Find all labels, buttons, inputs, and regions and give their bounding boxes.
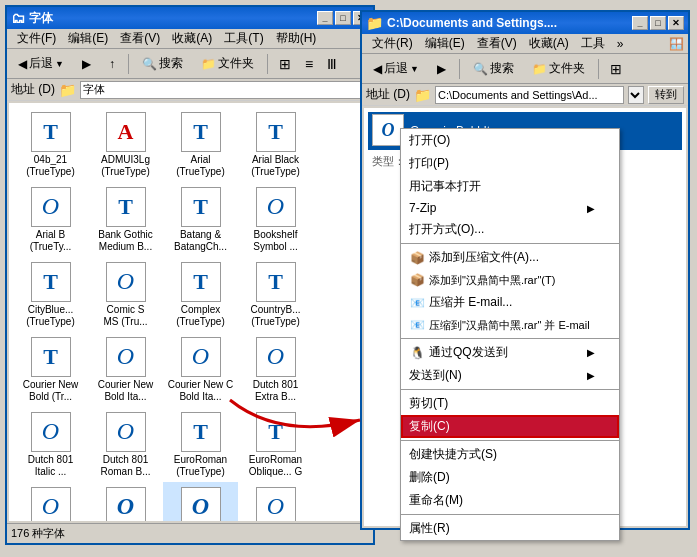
maximize-button[interactable]: □: [335, 11, 351, 25]
search-label: 搜索: [159, 55, 183, 72]
view-details[interactable]: Ⅲ: [322, 52, 342, 76]
menu-help[interactable]: 帮助(H): [270, 28, 323, 49]
list-item[interactable]: O GeorgiaBold (T...: [88, 482, 163, 521]
cut-label: 剪切(T): [409, 395, 448, 412]
menu-view[interactable]: 查看(V): [114, 28, 166, 49]
menu-7zip[interactable]: 7-Zip ▶: [401, 198, 619, 218]
list-item[interactable]: O Courier NewBold Ita...: [88, 332, 163, 407]
font-icon-euroromanoblique: T: [256, 412, 296, 452]
menu-open[interactable]: 打开(O): [401, 129, 619, 152]
font-label: Dutch 801Italic ...: [17, 454, 84, 478]
list-item[interactable]: O GeorgiaBold Ita...: [163, 482, 238, 521]
up-button[interactable]: ↑: [102, 52, 122, 76]
list-item[interactable]: T CityBlue...(TrueType): [13, 257, 88, 332]
main-addressbar: 地址 (D) 📁: [7, 79, 373, 101]
sec-menu-file[interactable]: 文件(R): [366, 33, 419, 54]
view-toggle[interactable]: ⊞: [274, 52, 296, 76]
menu-qq-send[interactable]: 🐧 通过QQ发送到 ▶: [401, 341, 619, 364]
menu-rename[interactable]: 重命名(M): [401, 489, 619, 512]
menu-zip-rar-email[interactable]: 📧 压缩到"汉鼎简中黑.rar" 并 E-mail: [401, 314, 619, 336]
sec-address-dropdown[interactable]: ▼: [628, 86, 644, 104]
list-item[interactable]: T Courier NewBold (Tr...: [13, 332, 88, 407]
menu-add-archive[interactable]: 📦 添加到压缩文件(A)...: [401, 246, 619, 269]
font-icon-georgiaitalic: O: [256, 487, 296, 522]
list-item[interactable]: T Arial Black(TrueType): [238, 107, 313, 182]
main-window-icon: 🗂: [11, 10, 25, 26]
sec-address-input[interactable]: [435, 86, 624, 104]
sec-forward-arrow-icon: ▶: [437, 62, 446, 76]
sec-menu-edit[interactable]: 编辑(E): [419, 33, 471, 54]
list-item[interactable]: O BookshelfSymbol ...: [238, 182, 313, 257]
list-item[interactable]: T Complex(TrueType): [163, 257, 238, 332]
menu-open-notepad[interactable]: 用记事本打开: [401, 175, 619, 198]
font-label: EuroRomanOblique... G: [242, 454, 309, 478]
menu-tools[interactable]: 工具(T): [218, 28, 269, 49]
up-arrow-icon: ↑: [109, 57, 115, 71]
menu-sep-4: [401, 440, 619, 441]
list-item[interactable]: O Georgia(TrueType): [13, 482, 88, 521]
menu-edit[interactable]: 编辑(E): [62, 28, 114, 49]
sec-folders-button[interactable]: 📁 文件夹: [525, 57, 592, 81]
secondary-maximize-button[interactable]: □: [650, 16, 666, 30]
folders-button[interactable]: 📁 文件夹: [194, 52, 261, 76]
sec-back-button[interactable]: ◀ 后退 ▼: [366, 57, 426, 81]
list-item[interactable]: A ADMUI3Lg(TrueType): [88, 107, 163, 182]
list-item[interactable]: T CountryB...(TrueType): [238, 257, 313, 332]
back-button[interactable]: ◀ 后退 ▼: [11, 52, 71, 76]
menu-copy[interactable]: 复制(C): [401, 415, 619, 438]
list-item[interactable]: O GeorgiaItalic ...: [238, 482, 313, 521]
menu-send-to[interactable]: 发送到(N) ▶: [401, 364, 619, 387]
sec-view-icons[interactable]: ⊞: [605, 57, 627, 81]
forward-button[interactable]: ▶: [75, 52, 98, 76]
list-item[interactable]: T Arial(TrueType): [163, 107, 238, 182]
sec-address-folder-icon: 📁: [414, 87, 431, 103]
list-item[interactable]: T EuroRomanOblique... G: [238, 407, 313, 482]
sec-menu-favorites[interactable]: 收藏(A): [523, 33, 575, 54]
add-rar-icon: 📦: [409, 272, 425, 288]
menu-delete[interactable]: 删除(D): [401, 466, 619, 489]
font-icon-arial-black: T: [256, 112, 296, 152]
list-item[interactable]: O Arial B(TrueTy...: [13, 182, 88, 257]
menu-zip-email[interactable]: 📧 压缩并 E-mail...: [401, 291, 619, 314]
sec-search-button[interactable]: 🔍 搜索: [466, 57, 521, 81]
zip-rar-email-label: 压缩到"汉鼎简中黑.rar" 并 E-mail: [429, 318, 590, 333]
menu-print[interactable]: 打印(P): [401, 152, 619, 175]
menu-open-with[interactable]: 打开方式(O)...: [401, 218, 619, 241]
menu-properties[interactable]: 属性(R): [401, 517, 619, 540]
address-input[interactable]: [80, 81, 369, 99]
back-label: 后退: [29, 55, 53, 72]
list-item[interactable]: T 04b_21(TrueType): [13, 107, 88, 182]
font-icon-04b: T: [31, 112, 71, 152]
list-item[interactable]: O Dutch 801Italic ...: [13, 407, 88, 482]
folders-label: 文件夹: [218, 55, 254, 72]
secondary-close-button[interactable]: ✕: [668, 16, 684, 30]
font-label: BookshelfSymbol ...: [242, 229, 309, 253]
list-item[interactable]: O Dutch 801Roman B...: [88, 407, 163, 482]
font-icon-georgiabold: O: [106, 487, 146, 522]
qq-send-label: 通过QQ发送到: [429, 344, 508, 361]
menu-favorites[interactable]: 收藏(A): [166, 28, 218, 49]
menu-create-shortcut[interactable]: 创建快捷方式(S): [401, 443, 619, 466]
list-item[interactable]: O Comic SMS (Tru...: [88, 257, 163, 332]
sec-menu-view[interactable]: 查看(V): [471, 33, 523, 54]
qq-arrow-icon: ▶: [587, 347, 595, 358]
search-button[interactable]: 🔍 搜索: [135, 52, 190, 76]
list-item[interactable]: T Bank GothicMedium B...: [88, 182, 163, 257]
font-icon-dutch801extra: O: [256, 337, 296, 377]
list-item[interactable]: O Courier New CBold Ita...: [163, 332, 238, 407]
list-item[interactable]: T EuroRoman(TrueType): [163, 407, 238, 482]
goto-button[interactable]: 转到: [648, 86, 684, 104]
minimize-button[interactable]: _: [317, 11, 333, 25]
sec-forward-button[interactable]: ▶: [430, 57, 453, 81]
view-list[interactable]: ≡: [300, 52, 318, 76]
menu-file[interactable]: 文件(F): [11, 28, 62, 49]
menu-cut[interactable]: 剪切(T): [401, 392, 619, 415]
sec-menu-more[interactable]: »: [611, 35, 630, 53]
list-item[interactable]: T Batang &BatangCh...: [163, 182, 238, 257]
font-icon-courierboldita2: O: [181, 337, 221, 377]
secondary-minimize-button[interactable]: _: [632, 16, 648, 30]
menu-add-rar[interactable]: 📦 添加到"汉鼎简中黑.rar"(T): [401, 269, 619, 291]
sec-menu-tools[interactable]: 工具: [575, 33, 611, 54]
send-to-label: 发送到(N): [409, 367, 462, 384]
list-item[interactable]: O Dutch 801Extra B...: [238, 332, 313, 407]
